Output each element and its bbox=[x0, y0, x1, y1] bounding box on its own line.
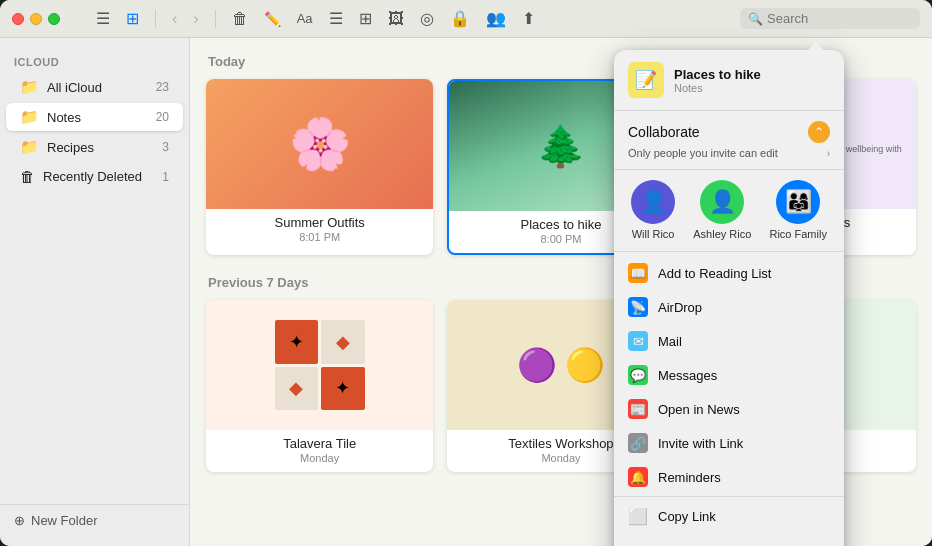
menu-item-open-news[interactable]: 📰 Open in News bbox=[614, 392, 844, 426]
new-folder-label: New Folder bbox=[31, 513, 97, 528]
avatar-ashley-rico[interactable]: 👤 Ashley Rico bbox=[693, 180, 751, 241]
invite-link-icon: 🔗 bbox=[628, 433, 648, 453]
note-thumbnail: ✦ ◆ ◆ ✦ bbox=[206, 300, 433, 430]
sidebar-item-recently-deleted[interactable]: 🗑 Recently Deleted 1 bbox=[6, 163, 183, 190]
permission-text: Only people you invite can edit bbox=[628, 147, 778, 159]
sidebar-item-notes[interactable]: 📁 Notes 20 bbox=[6, 103, 183, 131]
avatar-name: Rico Family bbox=[769, 228, 826, 241]
menu-item-label: Mail bbox=[658, 334, 682, 349]
minimize-button[interactable] bbox=[30, 13, 42, 25]
copy-link-icon: ⬜ bbox=[628, 506, 648, 526]
note-time: Monday bbox=[214, 452, 425, 464]
search-icon: 🔍 bbox=[748, 12, 763, 26]
sidebar-item-label: All iCloud bbox=[47, 80, 148, 95]
note-title: Summer Outfits bbox=[214, 215, 425, 230]
menu-item-edit-extensions[interactable]: ⋯ Edit Extensions... bbox=[614, 533, 844, 546]
reminders-icon: 🔔 bbox=[628, 467, 648, 487]
messages-icon: 💬 bbox=[628, 365, 648, 385]
close-button[interactable] bbox=[12, 13, 24, 25]
menu-item-messages[interactable]: 💬 Messages bbox=[614, 358, 844, 392]
collaborate-arrow[interactable]: ⌃ bbox=[808, 121, 830, 143]
checklist-button[interactable]: ☰ bbox=[325, 7, 347, 30]
permission-row: Only people you invite can edit › bbox=[628, 147, 830, 159]
context-menu-header: 📝 Places to hike Notes bbox=[614, 50, 844, 111]
list-view-button[interactable]: ☰ bbox=[92, 7, 114, 30]
sidebar-item-count: 1 bbox=[162, 170, 169, 184]
toolbar: ☰ ⊞ ‹ › 🗑 ✏️ Aa ☰ ⊞ 🖼 ◎ 🔒 👥 ⬆ 🔍 bbox=[72, 7, 920, 30]
delete-button[interactable]: 🗑 bbox=[228, 8, 252, 30]
avatar-list: 👤 Will Rico 👤 Ashley Rico 👨‍👩‍👧 Rico Fam… bbox=[614, 170, 844, 252]
lock-button[interactable]: 🔒 bbox=[446, 7, 474, 30]
titlebar: ☰ ⊞ ‹ › 🗑 ✏️ Aa ☰ ⊞ 🖼 ◎ 🔒 👥 ⬆ 🔍 bbox=[0, 0, 932, 38]
menu-item-add-reading-list[interactable]: 📖 Add to Reading List bbox=[614, 256, 844, 290]
context-menu-title: Places to hike bbox=[674, 67, 761, 82]
collaborate-section: Collaborate ⌃ Only people you invite can… bbox=[614, 111, 844, 170]
avatar-name: Ashley Rico bbox=[693, 228, 751, 241]
note-card-footer: Talavera Tile Monday bbox=[206, 430, 433, 472]
news-icon: 📰 bbox=[628, 399, 648, 419]
menu-item-label: Open in News bbox=[658, 402, 740, 417]
sidebar-item-label: Recently Deleted bbox=[43, 169, 154, 184]
talavera-tile-1: ✦ bbox=[275, 320, 319, 364]
menu-item-copy-link[interactable]: ⬜ Copy Link bbox=[614, 499, 844, 533]
compose-button[interactable]: ✏️ bbox=[260, 9, 285, 29]
sidebar-item-recipes[interactable]: 📁 Recipes 3 bbox=[6, 133, 183, 161]
avatar-image: 👤 bbox=[631, 180, 675, 224]
avatar-image: 👤 bbox=[700, 180, 744, 224]
search-input[interactable] bbox=[767, 11, 907, 26]
search-box: 🔍 bbox=[740, 8, 920, 29]
menu-item-invite-link[interactable]: 🔗 Invite with Link bbox=[614, 426, 844, 460]
talavera-tile-4: ✦ bbox=[321, 367, 365, 411]
note-card-footer: Summer Outfits 8:01 PM bbox=[206, 209, 433, 251]
sidebar-item-label: Recipes bbox=[47, 140, 154, 155]
menu-item-airdrop[interactable]: 📡 AirDrop bbox=[614, 290, 844, 324]
folder-icon: 📁 bbox=[20, 108, 39, 126]
media-button[interactable]: 🖼 bbox=[384, 8, 408, 30]
sidebar-item-count: 20 bbox=[156, 110, 169, 124]
sidebar-item-count: 23 bbox=[156, 80, 169, 94]
collaborate-row[interactable]: Collaborate ⌃ bbox=[628, 121, 830, 143]
extensions-icon: ⋯ bbox=[628, 540, 648, 546]
note-time: 8:01 PM bbox=[214, 231, 425, 243]
collaborate-button[interactable]: ◎ bbox=[416, 7, 438, 30]
table-button[interactable]: ⊞ bbox=[355, 7, 376, 30]
back-button[interactable]: ‹ bbox=[168, 8, 181, 30]
airdrop-icon: 📡 bbox=[628, 297, 648, 317]
add-people-button[interactable]: 👥 bbox=[482, 7, 510, 30]
sidebar-item-label: Notes bbox=[47, 110, 148, 125]
menu-item-label: Add to Reading List bbox=[658, 266, 771, 281]
menu-divider bbox=[614, 496, 844, 497]
context-menu-subtitle: Notes bbox=[674, 82, 761, 94]
avatar-will-rico[interactable]: 👤 Will Rico bbox=[631, 180, 675, 241]
avatar-name: Will Rico bbox=[632, 228, 675, 241]
sidebar-item-all-icloud[interactable]: 📁 All iCloud 23 bbox=[6, 73, 183, 101]
new-folder-button[interactable]: ⊕ New Folder bbox=[14, 513, 97, 528]
note-card-talavera-tile[interactable]: ✦ ◆ ◆ ✦ Talavera Tile Monday bbox=[206, 300, 433, 472]
traffic-lights bbox=[12, 13, 60, 25]
format-button[interactable]: Aa bbox=[293, 9, 317, 28]
share-button[interactable]: ⬆ bbox=[518, 7, 539, 30]
share-context-menu: 📝 Places to hike Notes Collaborate ⌃ Onl… bbox=[614, 50, 844, 546]
menu-item-mail[interactable]: ✉ Mail bbox=[614, 324, 844, 358]
collaborate-label: Collaborate bbox=[628, 124, 700, 140]
avatar-image: 👨‍👩‍👧 bbox=[776, 180, 820, 224]
sidebar-footer: ⊕ New Folder bbox=[0, 504, 189, 536]
forward-button[interactable]: › bbox=[189, 8, 202, 30]
fullscreen-button[interactable] bbox=[48, 13, 60, 25]
menu-item-label: AirDrop bbox=[658, 300, 702, 315]
note-card-summer-outfits[interactable]: 🌸 Summer Outfits 8:01 PM bbox=[206, 79, 433, 255]
grid-view-button[interactable]: ⊞ bbox=[122, 7, 143, 30]
menu-item-reminders[interactable]: 🔔 Reminders bbox=[614, 460, 844, 494]
avatar-rico-family[interactable]: 👨‍👩‍👧 Rico Family bbox=[769, 180, 826, 241]
sidebar-item-count: 3 bbox=[162, 140, 169, 154]
sidebar-section-label: iCloud bbox=[0, 48, 189, 72]
menu-item-label: Copy Link bbox=[658, 509, 716, 524]
toolbar-separator-2 bbox=[215, 10, 216, 28]
toolbar-separator bbox=[155, 10, 156, 28]
plus-icon: ⊕ bbox=[14, 513, 25, 528]
menu-item-label: Reminders bbox=[658, 470, 721, 485]
app-window: ☰ ⊞ ‹ › 🗑 ✏️ Aa ☰ ⊞ 🖼 ◎ 🔒 👥 ⬆ 🔍 iCloud bbox=[0, 0, 932, 546]
context-menu-header-text: Places to hike Notes bbox=[674, 67, 761, 94]
sidebar: iCloud 📁 All iCloud 23 📁 Notes 20 📁 Reci… bbox=[0, 38, 190, 546]
note-title: Talavera Tile bbox=[214, 436, 425, 451]
